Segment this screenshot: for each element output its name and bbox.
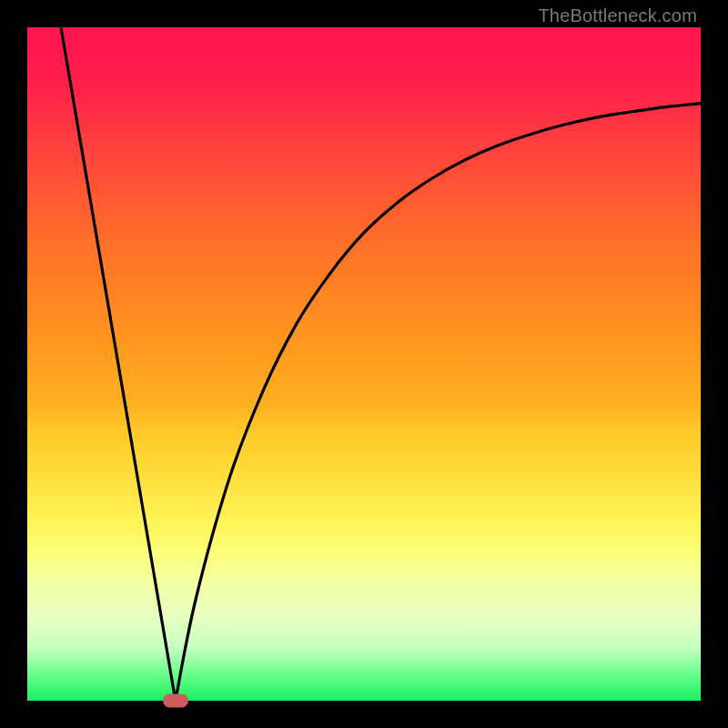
curve-layer [27,27,701,701]
watermark-text: TheBottleneck.com [538,5,697,26]
minimum-marker [163,694,188,708]
chart-frame: TheBottleneck.com [0,0,728,728]
plot-area [27,27,701,701]
bottleneck-curve-left [61,27,176,701]
bottleneck-curve-right [176,104,701,701]
